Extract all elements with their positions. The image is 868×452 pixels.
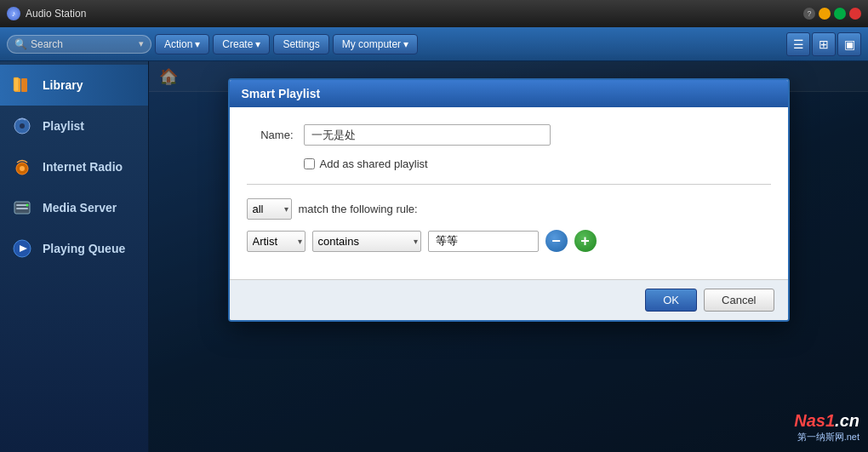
watermark-cn: .cn [835, 411, 859, 430]
app-title: Audio Station [26, 8, 86, 20]
create-arrow-icon: ▾ [255, 38, 260, 50]
add-rule-button[interactable]: + [574, 230, 597, 252]
create-button[interactable]: Create ▾ [213, 34, 270, 54]
ok-button[interactable]: OK [645, 289, 697, 312]
modal-body: Name: Add as shared playlist all [230, 107, 788, 279]
playing-queue-label: Playing Queue [43, 242, 125, 255]
svg-rect-2 [14, 77, 19, 91]
sidebar-item-internet-radio[interactable]: Internet Radio [0, 146, 148, 187]
smart-playlist-modal: Smart Playlist Name: Add as shared playl… [228, 78, 790, 322]
modal-title: Smart Playlist [242, 87, 321, 100]
list-view-button[interactable]: ☰ [786, 32, 810, 56]
action-button[interactable]: Action ▾ [155, 34, 209, 54]
mycomputer-label: My computer [342, 38, 401, 50]
settings-label: Settings [283, 38, 319, 50]
media-server-label: Media Server [43, 201, 117, 215]
svg-point-10 [26, 204, 29, 207]
match-suffix-text: match the following rule: [299, 203, 418, 215]
match-row: all any ▾ match the following rule: [247, 198, 771, 220]
watermark-brand: Nas1.cn [794, 411, 859, 431]
maximize-button[interactable] [834, 8, 846, 20]
library-label: Library [43, 78, 83, 92]
search-box[interactable]: 🔍 Search ▾ [7, 35, 151, 54]
field-select[interactable]: Artist Album Title Genre Year [247, 231, 306, 252]
condition-value-input[interactable] [428, 231, 539, 252]
watermark-one: 1 [825, 411, 835, 430]
svg-rect-9 [16, 208, 28, 209]
modal-header: Smart Playlist [230, 80, 788, 107]
grid-view-button[interactable]: ⊞ [812, 32, 836, 56]
sidebar: Library Playlist Internet Radio [0, 61, 149, 452]
playing-queue-icon [10, 237, 34, 260]
cancel-button[interactable]: Cancel [704, 289, 774, 312]
svg-point-6 [20, 166, 25, 171]
internet-radio-icon [10, 155, 34, 179]
view-buttons: ☰ ⊞ ▣ [786, 32, 861, 56]
modal-overlay: Smart Playlist Name: Add as shared playl… [149, 61, 868, 452]
search-dropdown-icon[interactable]: ▾ [139, 38, 144, 49]
sidebar-item-playlist[interactable]: Playlist [0, 106, 148, 146]
search-icon: 🔍 [14, 38, 27, 50]
remove-rule-button[interactable]: − [545, 230, 568, 252]
internet-radio-label: Internet Radio [43, 160, 123, 174]
help-button[interactable]: ? [803, 8, 815, 20]
title-bar: ♪ Audio Station ? [0, 0, 868, 27]
close-button[interactable] [849, 8, 861, 20]
settings-button[interactable]: Settings [273, 34, 328, 54]
playlist-label: Playlist [43, 119, 84, 133]
watermark-nas: Nas [794, 411, 825, 430]
modal-footer: OK Cancel [230, 279, 788, 320]
condition-row: Artist Album Title Genre Year ▾ contains [247, 230, 771, 252]
shared-playlist-label: Add as shared playlist [320, 157, 428, 170]
cover-view-button[interactable]: ▣ [837, 32, 861, 56]
match-select-wrapper: all any ▾ [247, 198, 292, 220]
svg-rect-1 [21, 78, 27, 92]
shared-playlist-checkbox[interactable] [304, 158, 315, 169]
action-arrow-icon: ▾ [195, 38, 200, 50]
create-label: Create [222, 38, 253, 50]
divider [247, 184, 771, 185]
toolbar: 🔍 Search ▾ Action ▾ Create ▾ Settings My… [0, 27, 868, 61]
action-label: Action [164, 38, 192, 50]
main-layout: Library Playlist Internet Radio [0, 61, 868, 452]
mycomputer-button[interactable]: My computer ▾ [333, 34, 418, 54]
shared-playlist-row: Add as shared playlist [304, 157, 771, 170]
content-area: 🏠 Smart Playlist Name: Add as [149, 61, 868, 452]
search-placeholder: Search [31, 38, 135, 50]
condition-select-wrapper: contains does not contain is is not star… [312, 231, 421, 252]
name-label: Name: [247, 129, 294, 141]
minimize-button[interactable] [819, 8, 831, 20]
svg-point-4 [20, 123, 25, 129]
match-select[interactable]: all any [247, 198, 292, 220]
sidebar-item-library[interactable]: Library [0, 65, 148, 106]
watermark: Nas1.cn 第一纳斯网.net [794, 411, 859, 443]
watermark-url: 第一纳斯网.net [794, 431, 859, 443]
app-icon: ♪ [7, 7, 20, 20]
name-row: Name: [247, 124, 771, 146]
mycomputer-arrow-icon: ▾ [403, 38, 408, 50]
name-input[interactable] [304, 124, 551, 146]
field-select-wrapper: Artist Album Title Genre Year ▾ [247, 231, 306, 252]
sidebar-item-media-server[interactable]: Media Server [0, 187, 148, 228]
library-icon [10, 73, 34, 97]
sidebar-item-playing-queue[interactable]: Playing Queue [0, 228, 148, 269]
media-server-icon [10, 196, 34, 220]
playlist-icon [10, 114, 34, 138]
window-controls: ? [803, 8, 861, 20]
condition-select[interactable]: contains does not contain is is not star… [312, 231, 421, 252]
